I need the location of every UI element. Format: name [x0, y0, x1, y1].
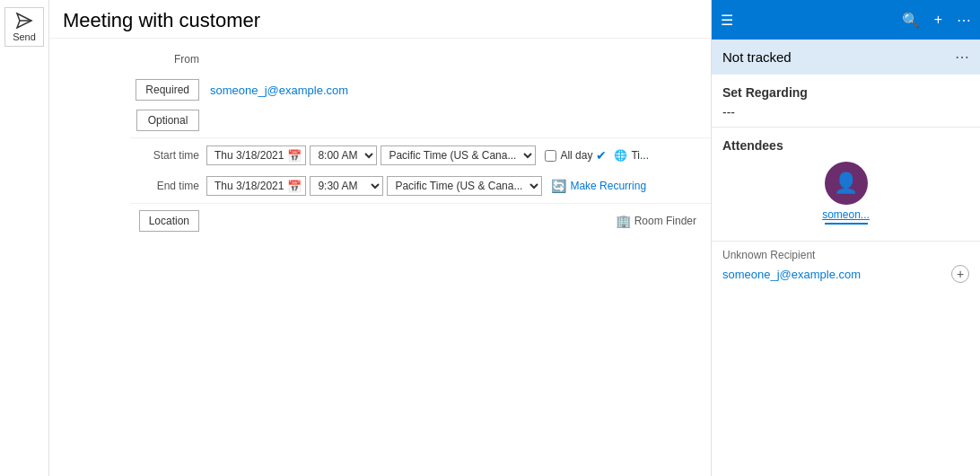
search-icon[interactable]: 🔍 — [902, 12, 920, 29]
allday-group: All day ✔ 🌐 Ti... — [545, 148, 649, 163]
end-date-text: Thu 3/18/2021 — [211, 179, 287, 193]
required-row: Required — [49, 75, 711, 105]
start-time-select[interactable]: 8:00 AM 8:30 AM 9:00 AM — [310, 145, 377, 165]
location-input[interactable] — [206, 213, 610, 230]
required-email-input[interactable] — [206, 82, 702, 99]
not-tracked-text: Not tracked — [722, 49, 792, 65]
more-icon-topbar[interactable]: ⋯ — [957, 12, 971, 29]
unknown-recipient-email-row: someone_j@example.com + — [722, 265, 969, 283]
form-section: From Required Optional Start time — [49, 39, 711, 236]
add-recipient-button[interactable]: + — [951, 265, 969, 283]
from-row: From — [49, 44, 711, 75]
right-topbar: ☰ 🔍 + ⋯ — [712, 0, 980, 40]
attendees-section: Attendees 👤 someon... — [712, 128, 980, 241]
avatar-person-icon: 👤 — [834, 172, 858, 195]
attendee-underline — [825, 223, 868, 225]
topbar-icons-right: 🔍 + ⋯ — [902, 12, 971, 29]
room-finder-icon: 🏢 — [616, 214, 631, 228]
unknown-recipient-email[interactable]: someone_j@example.com — [722, 268, 861, 281]
meeting-title: Meeting with customer — [63, 9, 697, 32]
check-icon: ✔ — [596, 148, 607, 163]
send-icon — [15, 12, 33, 30]
set-regarding-title: Set Regarding — [722, 85, 969, 100]
location-row: Location 🏢 Room Finder — [49, 206, 711, 236]
start-calendar-icon[interactable]: 📅 — [287, 149, 302, 163]
start-date-wrap: Thu 3/18/2021 📅 — [206, 145, 306, 165]
end-time-select[interactable]: 9:30 AM 10:00 AM — [310, 176, 383, 196]
location-button[interactable]: Location — [139, 210, 199, 232]
send-button[interactable]: Send — [4, 7, 44, 47]
attendee-avatar-wrap: 👤 someon... — [722, 162, 969, 225]
right-panel: ☰ 🔍 + ⋯ Not tracked ⋯ Set Regarding --- … — [711, 0, 980, 476]
title-row: Meeting with customer — [49, 0, 711, 39]
end-calendar-icon[interactable]: 📅 — [287, 180, 302, 193]
not-tracked-more-icon[interactable]: ⋯ — [955, 48, 969, 66]
optional-row: Optional — [49, 105, 711, 136]
location-field: 🏢 Room Finder — [206, 212, 711, 230]
required-field — [206, 82, 711, 99]
time-suffix: Ti... — [631, 149, 649, 162]
allday-checkbox[interactable] — [545, 150, 556, 162]
optional-field — [206, 112, 711, 129]
not-tracked-section: Not tracked ⋯ — [712, 40, 980, 75]
required-button[interactable]: Required — [136, 79, 199, 101]
recurring-label: Make Recurring — [570, 180, 646, 192]
clock-icon: 🌐 — [614, 149, 627, 162]
end-time-label: End time — [49, 180, 206, 192]
end-timezone-select[interactable]: Pacific Time (US & Cana... Eastern Time — [387, 176, 542, 196]
room-finder-label: Room Finder — [634, 215, 696, 227]
unknown-recipient-label: Unknown Recipient — [722, 249, 969, 261]
recurring-icon: 🔄 — [551, 179, 566, 193]
end-time-row: End time Thu 3/18/2021 📅 9:30 AM 10:00 A… — [49, 171, 711, 201]
set-regarding-section: Set Regarding --- — [712, 75, 980, 128]
start-time-label: Start time — [49, 149, 206, 162]
start-time-row: Start time Thu 3/18/2021 📅 8:00 AM 8:30 … — [49, 140, 711, 171]
set-regarding-value: --- — [722, 105, 969, 119]
send-label: Send — [13, 31, 36, 42]
compose-area: Meeting with customer From Required Opti… — [49, 0, 711, 476]
make-recurring-link[interactable]: 🔄 Make Recurring — [551, 179, 646, 193]
plus-icon[interactable]: + — [934, 12, 942, 28]
send-panel: Send — [0, 0, 49, 476]
attendee-name[interactable]: someon... — [822, 208, 870, 221]
from-label: From — [49, 53, 206, 66]
end-datetime-group: Thu 3/18/2021 📅 9:30 AM 10:00 AM Pacific… — [206, 176, 702, 196]
optional-email-input[interactable] — [206, 112, 702, 129]
hamburger-icon[interactable]: ☰ — [721, 12, 733, 29]
unknown-recipient-section: Unknown Recipient someone_j@example.com … — [712, 241, 980, 290]
end-date-wrap: Thu 3/18/2021 📅 — [206, 176, 306, 196]
start-datetime-group: Thu 3/18/2021 📅 8:00 AM 8:30 AM 9:00 AM … — [206, 145, 702, 165]
required-label-cell: Required — [49, 79, 206, 101]
end-time-field: Thu 3/18/2021 📅 9:30 AM 10:00 AM Pacific… — [206, 176, 711, 196]
divider-2 — [130, 203, 711, 204]
start-time-field: Thu 3/18/2021 📅 8:00 AM 8:30 AM 9:00 AM … — [206, 145, 711, 165]
attendees-title: Attendees — [722, 138, 969, 153]
optional-button[interactable]: Optional — [136, 110, 199, 131]
optional-label-cell: Optional — [49, 110, 206, 131]
avatar: 👤 — [825, 162, 868, 205]
location-label-cell: Location — [49, 210, 206, 232]
start-timezone-select[interactable]: Pacific Time (US & Cana... Eastern Time — [381, 145, 536, 165]
divider-1 — [130, 137, 711, 138]
start-date-text: Thu 3/18/2021 — [211, 148, 287, 163]
allday-label: All day — [560, 149, 592, 162]
topbar-icons-left: ☰ — [721, 12, 733, 29]
room-finder-button[interactable]: 🏢 Room Finder — [610, 212, 702, 230]
